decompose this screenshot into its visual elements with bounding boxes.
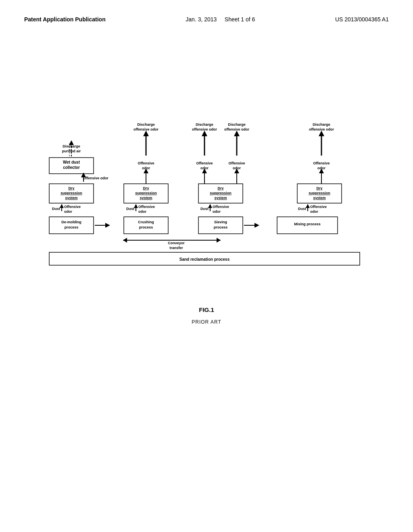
svg-marker-53: [202, 131, 207, 136]
svg-text:Dry: Dry: [68, 186, 74, 190]
svg-text:Offensive: Offensive: [310, 205, 327, 209]
svg-text:collector: collector: [63, 165, 80, 170]
svg-marker-79: [254, 223, 259, 228]
prior-art-label: PRIOR ART: [31, 319, 382, 325]
svg-text:Offensive: Offensive: [228, 161, 245, 165]
svg-text:Offensive: Offensive: [213, 205, 229, 209]
svg-text:system: system: [65, 196, 77, 200]
svg-text:De-molding: De-molding: [61, 220, 81, 224]
svg-text:Dust: Dust: [200, 207, 209, 211]
svg-text:process: process: [65, 225, 79, 229]
svg-marker-49: [217, 238, 221, 243]
svg-text:process: process: [214, 225, 228, 229]
svg-text:Discharge: Discharge: [228, 123, 246, 127]
header-sheet: Sheet 1 of 6: [225, 16, 255, 23]
svg-text:odor: odor: [310, 210, 318, 214]
fig-label: FIG.1: [31, 306, 382, 313]
svg-marker-57: [234, 131, 240, 136]
svg-text:Offensive: Offensive: [196, 161, 213, 165]
svg-text:Offensive: Offensive: [138, 161, 154, 165]
svg-text:Dust: Dust: [126, 207, 134, 211]
svg-marker-94: [306, 204, 310, 208]
svg-text:Dust: Dust: [298, 207, 306, 211]
svg-text:Offensive odor: Offensive odor: [83, 176, 108, 180]
svg-text:Dry: Dry: [316, 186, 322, 190]
svg-text:odor: odor: [64, 210, 72, 214]
svg-marker-17: [60, 204, 64, 208]
svg-text:system: system: [214, 196, 227, 200]
svg-text:suppression: suppression: [210, 191, 232, 195]
svg-text:suppression: suppression: [309, 191, 330, 195]
svg-text:Wet dust: Wet dust: [63, 160, 80, 164]
svg-text:Dry: Dry: [217, 186, 223, 190]
page-header: Patent Application Publication Jan. 3, 2…: [24, 16, 389, 23]
svg-text:odor: odor: [138, 210, 146, 214]
svg-text:Offensive: Offensive: [138, 205, 155, 209]
svg-marker-39: [134, 204, 138, 208]
svg-text:suppression: suppression: [135, 191, 157, 195]
svg-marker-83: [319, 131, 324, 136]
svg-text:Discharge: Discharge: [313, 123, 330, 127]
svg-text:Conveyor: Conveyor: [168, 241, 185, 245]
svg-text:Discharge: Discharge: [196, 123, 213, 127]
svg-text:system: system: [313, 196, 325, 200]
svg-marker-28: [143, 131, 149, 136]
svg-text:system: system: [140, 196, 152, 200]
fig1-diagram: Wet dust collector Discharge purified ai…: [31, 103, 382, 301]
svg-text:odor: odor: [213, 210, 221, 214]
svg-marker-6: [69, 140, 74, 145]
svg-text:Sieving: Sieving: [214, 220, 227, 224]
svg-marker-48: [123, 238, 127, 243]
svg-text:Sand reclamation process: Sand reclamation process: [179, 257, 230, 262]
svg-text:Mixing process: Mixing process: [294, 222, 321, 226]
svg-text:transfer: transfer: [169, 246, 183, 250]
svg-text:Dust: Dust: [52, 207, 60, 211]
diagram-container: Wet dust collector Discharge purified ai…: [31, 103, 382, 325]
svg-text:Dry: Dry: [143, 186, 149, 190]
page: Patent Application Publication Jan. 3, 2…: [0, 0, 413, 532]
header-date: Jan. 3, 2013: [186, 16, 217, 23]
svg-text:Offensive: Offensive: [64, 205, 81, 209]
header-date-sheet: Jan. 3, 2013 Sheet 1 of 6: [186, 16, 255, 23]
svg-marker-72: [208, 204, 212, 208]
svg-marker-24: [105, 223, 110, 228]
header-patent-number: US 2013/0004365 A1: [335, 16, 389, 23]
svg-text:process: process: [139, 225, 153, 229]
svg-text:suppression: suppression: [60, 191, 82, 195]
header-publication-label: Patent Application Publication: [24, 16, 106, 23]
svg-text:Discharge: Discharge: [137, 123, 155, 127]
svg-text:Offensive: Offensive: [313, 161, 330, 165]
svg-text:Crushing: Crushing: [138, 220, 154, 224]
